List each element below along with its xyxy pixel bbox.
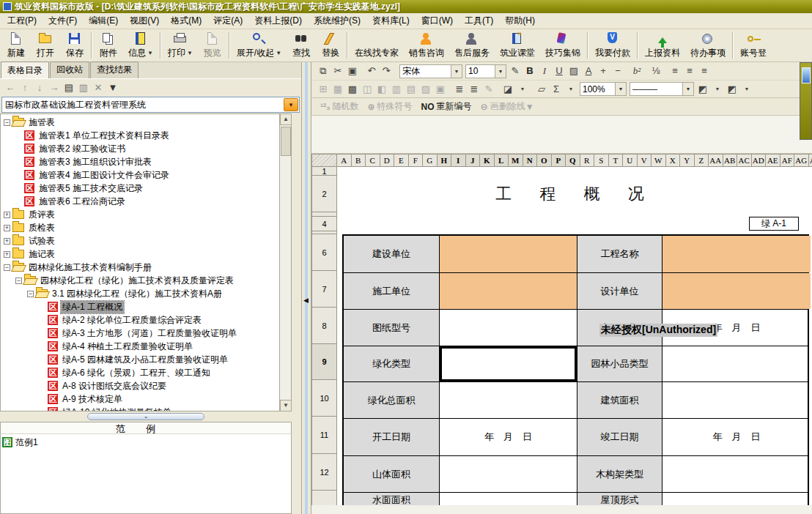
online-expert-button[interactable]: 在线找专家	[350, 30, 404, 61]
cell-r4c0-field-label[interactable]: 绿化总面积	[344, 382, 439, 418]
tree-item-1[interactable]: 施管表1 单位工程技术资料目录表	[1, 129, 291, 142]
italic-icon[interactable]: I	[537, 64, 552, 78]
line-style-select[interactable]: ────▼	[630, 82, 694, 96]
cell-r0c1-field-value[interactable]	[439, 236, 577, 272]
tree-item-20[interactable]: A-8 设计图纸交底会议纪要	[1, 379, 291, 392]
column-header-V[interactable]: V	[638, 154, 652, 167]
menu-item-3[interactable]: 视图(V)	[124, 13, 165, 29]
copy-icon[interactable]: ⧉	[316, 64, 331, 78]
tree-item-16[interactable]: 绿A-3 土方地形（河道）工程质量验收证明单	[1, 327, 291, 340]
column-header-H[interactable]: H	[438, 154, 452, 167]
tree-item-11[interactable]: −园林绿化施工技术资料编制手册	[1, 261, 291, 274]
sum-icon[interactable]: Σ	[549, 83, 564, 96]
row-header-8[interactable]: 8	[311, 308, 337, 344]
column-header-O[interactable]: O	[537, 154, 552, 167]
column-header-T[interactable]: T	[609, 154, 624, 167]
tree-item-12[interactable]: −园林绿化工程（绿化）施工技术资料及质量评定表	[1, 274, 291, 287]
column-header-I[interactable]: I	[451, 154, 466, 167]
column-header-G[interactable]: G	[423, 154, 438, 167]
superscript-icon[interactable]: b²	[630, 64, 644, 78]
fill-color-icon[interactable]: ◩	[725, 83, 739, 96]
tree-item-0[interactable]: −施管表	[1, 116, 291, 129]
expander-icon[interactable]: +	[4, 225, 10, 231]
align-right-icon[interactable]: ≡	[697, 64, 712, 78]
cell-r5c2-field-label[interactable]: 竣工日期	[577, 419, 662, 455]
column-header-F[interactable]: F	[409, 154, 424, 167]
underline-icon[interactable]: U	[552, 64, 566, 78]
menu-item-7[interactable]: 系统维护(S)	[308, 13, 366, 29]
column-header-X[interactable]: X	[666, 154, 681, 167]
tree-item-8[interactable]: +质检表	[1, 221, 291, 234]
form-code-box[interactable]: 绿 A-1	[749, 217, 799, 231]
info-button[interactable]: 信息▼	[123, 30, 158, 61]
cell-r7c1-field-value[interactable]	[439, 493, 577, 505]
tree-item-18[interactable]: 绿A-5 园林建筑及小品工程质量验收证明单	[1, 353, 291, 366]
tree-item-2[interactable]: 施管表2 竣工验收证书	[1, 142, 291, 155]
column-header-B[interactable]: B	[352, 154, 366, 167]
column-header-D[interactable]: D	[380, 154, 395, 167]
form-title-cell[interactable]: 工 程 概 况	[342, 176, 809, 212]
cut-icon[interactable]: ✂	[331, 64, 345, 78]
tree-example-splitter[interactable]: ⌄	[0, 411, 292, 422]
tree-item-19[interactable]: 绿A-6 绿化（景观）工程开、竣工通知	[1, 366, 291, 379]
row-header-11[interactable]: 11	[311, 417, 337, 454]
cell-r1c3-field-value[interactable]	[662, 273, 811, 309]
cell-r1c2-field-label[interactable]: 设计单位	[577, 273, 662, 309]
cell-r7c2-field-label[interactable]: 屋顶形式	[577, 493, 662, 505]
dropdown-arrow-icon[interactable]: ▼	[187, 50, 193, 56]
redo-icon[interactable]: ↷	[379, 64, 394, 78]
dropdown-arrow-icon[interactable]: ▼	[564, 83, 578, 96]
column-header-K[interactable]: K	[480, 154, 495, 167]
column-header-AF[interactable]: AF	[780, 154, 795, 167]
zoom-select[interactable]: 100%▼	[580, 82, 627, 96]
tree-item-10[interactable]: +施记表	[1, 247, 291, 261]
cell-r2c0-field-label[interactable]: 图纸型号	[344, 310, 439, 346]
column-header-AC[interactable]: AC	[737, 154, 752, 167]
expander-icon[interactable]: −	[27, 291, 34, 297]
line-color-icon[interactable]: ◩	[695, 83, 710, 96]
menu-item-1[interactable]: 文件(F)	[43, 13, 83, 29]
expand-collapse-button[interactable]: 展开/收起▼	[232, 30, 287, 61]
bold-icon[interactable]: B	[523, 64, 537, 78]
column-header-R[interactable]: R	[580, 154, 595, 167]
tree-item-6[interactable]: 施管表6 工程洽商记录	[1, 195, 291, 208]
dropdown-arrow-icon[interactable]: ▼	[710, 83, 725, 96]
menu-item-6[interactable]: 资料上报(D)	[248, 13, 308, 29]
col-width-icon[interactable]: ≣	[467, 83, 481, 96]
cell-r4c2-field-label[interactable]: 建筑面积	[577, 382, 662, 418]
tree-item-9[interactable]: +试验表	[1, 234, 291, 247]
decrease-size-icon[interactable]: −	[610, 64, 625, 78]
filter-icon[interactable]: ▼	[106, 82, 120, 93]
paste-icon[interactable]: ▣	[345, 64, 360, 78]
cell-r3c3-field-value[interactable]	[662, 346, 811, 381]
increase-size-icon[interactable]: +	[596, 64, 610, 78]
upload-button[interactable]: 上报资料	[640, 30, 685, 61]
docked-panel-strip[interactable]	[800, 62, 812, 140]
replace-button[interactable]: 替换	[316, 30, 345, 61]
cell-r0c3-field-value[interactable]	[662, 236, 811, 272]
renumber-button[interactable]: NO重新编号	[421, 100, 472, 113]
column-header-P[interactable]: P	[552, 154, 566, 167]
dropdown-arrow-icon[interactable]: ▼	[495, 65, 506, 78]
splitter-handle[interactable]: ⌄	[87, 413, 204, 420]
attachment-button[interactable]: 附件	[94, 30, 123, 61]
cell-r1c0-field-label[interactable]: 施工单位	[344, 273, 439, 309]
row-header-9[interactable]: 9	[311, 344, 337, 380]
highlight-icon[interactable]: ▨	[566, 64, 581, 78]
border-icon[interactable]: ▱	[534, 83, 549, 96]
tree-item-13[interactable]: −3.1 园林绿化工程（绿化）施工技术资料A册	[1, 287, 291, 300]
row-header-hidden[interactable]	[311, 491, 337, 505]
todo-button[interactable]: 待办事项	[685, 30, 731, 61]
dropdown-arrow-icon[interactable]: ▼	[515, 83, 530, 96]
after-sales-button[interactable]: 售后服务	[449, 30, 495, 61]
column-header-AB[interactable]: AB	[723, 154, 738, 167]
split-cells-icon[interactable]: ▩	[345, 83, 360, 96]
example-item-0[interactable]: 范例1	[2, 436, 289, 449]
column-header-AD[interactable]: AD	[752, 154, 767, 167]
cell-r4c3-field-value[interactable]	[662, 382, 811, 418]
pen-icon[interactable]: ✎	[508, 64, 523, 78]
cell-r1c1-field-value[interactable]	[439, 273, 577, 309]
docked-panel-icon[interactable]	[802, 67, 811, 83]
cell-r3c0-field-label[interactable]: 绿化类型	[344, 346, 439, 381]
menu-item-4[interactable]: 格式(M)	[165, 13, 207, 29]
